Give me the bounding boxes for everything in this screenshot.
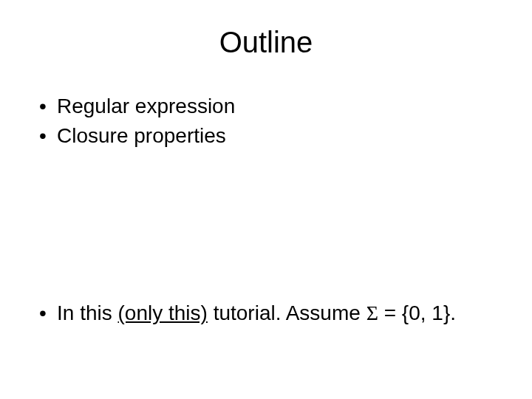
bullet-icon: • [39,92,57,120]
text-middle: tutorial. Assume [208,301,366,324]
text-underlined: (only this) [117,301,207,324]
list-item: • Closure properties [39,122,499,150]
text-prefix: In this [57,301,117,324]
bullet-text: Regular expression [57,92,499,120]
slide-content: • Regular expression • Closure propertie… [33,92,499,366]
spacer [33,151,499,300]
bullet-text: Closure properties [57,122,499,150]
sigma-symbol: Σ [366,301,378,324]
list-item: • Regular expression [39,92,499,120]
list-item: • In this (only this) tutorial. Assume Σ… [39,299,499,327]
bullet-list-bottom: • In this (only this) tutorial. Assume Σ… [33,299,499,329]
text-suffix: = {0, 1}. [378,301,456,324]
slide-container: Outline • Regular expression • Closure p… [0,0,532,399]
bullet-list-top: • Regular expression • Closure propertie… [33,92,499,151]
bullet-icon: • [39,299,57,327]
bullet-text: In this (only this) tutorial. Assume Σ =… [57,299,499,327]
bullet-icon: • [39,122,57,150]
slide-title: Outline [33,26,499,59]
